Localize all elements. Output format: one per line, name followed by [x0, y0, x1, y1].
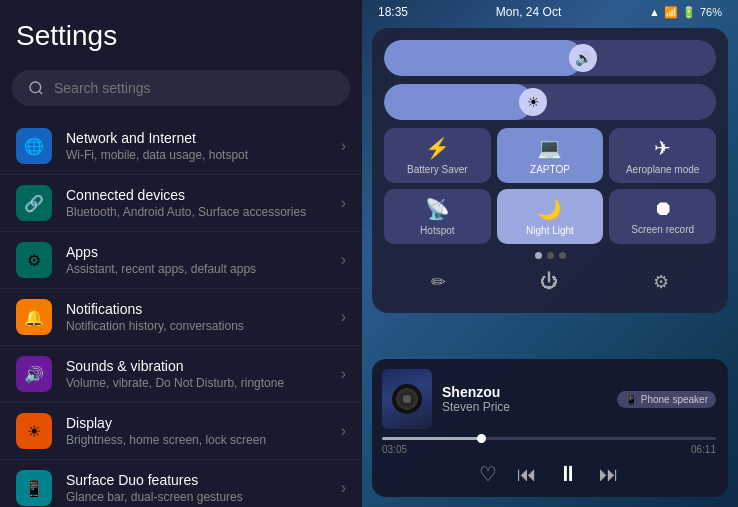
media-title: Shenzou — [442, 384, 607, 400]
toggle-label-3: Hotspot — [420, 225, 454, 236]
item-subtitle-display: Brightness, home screen, lock screen — [66, 433, 341, 447]
dot-1 — [535, 252, 542, 259]
edit-icon[interactable]: ✏ — [423, 267, 454, 297]
item-icon-apps: ⚙ — [16, 242, 52, 278]
settings-item-sounds[interactable]: 🔊 Sounds & vibration Volume, vibrate, Do… — [0, 346, 362, 403]
progress-thumb — [477, 434, 486, 443]
item-subtitle-sounds: Volume, vibrate, Do Not Disturb, rington… — [66, 376, 341, 390]
output-badge[interactable]: 📱 Phone speaker — [617, 391, 716, 408]
media-header: Shenzou Steven Price 📱 Phone speaker — [382, 369, 716, 429]
search-input[interactable] — [54, 80, 334, 96]
volume-track[interactable]: 🔊 — [384, 40, 716, 76]
battery-percent: 76% — [700, 6, 722, 18]
toggle-screen-record[interactable]: ⏺ Screen record — [609, 189, 716, 244]
toggle-icon-5: ⏺ — [653, 197, 673, 220]
favorite-button[interactable]: ♡ — [479, 462, 497, 486]
toggle-icon-4: 🌙 — [537, 197, 562, 221]
item-icon-notifications: 🔔 — [16, 299, 52, 335]
item-arrow-apps: › — [341, 251, 346, 269]
vinyl-graphic — [392, 384, 422, 414]
toggle-icon-0: ⚡ — [425, 136, 450, 160]
item-icon-surface_duo: 📱 — [16, 470, 52, 506]
settings-icon[interactable]: ⚙ — [645, 267, 677, 297]
toggle-hotspot[interactable]: 📡 Hotspot — [384, 189, 491, 244]
search-icon — [28, 80, 44, 96]
previous-button[interactable]: ⏮ — [517, 463, 537, 486]
item-icon-connected: 🔗 — [16, 185, 52, 221]
item-subtitle-apps: Assistant, recent apps, default apps — [66, 262, 341, 276]
item-arrow-surface_duo: › — [341, 479, 346, 497]
item-subtitle-network: Wi-Fi, mobile, data usage, hotspot — [66, 148, 341, 162]
toggle-icon-1: 💻 — [537, 136, 562, 160]
settings-item-surface_duo[interactable]: 📱 Surface Duo features Glance bar, dual-… — [0, 460, 362, 507]
toggle-zaptop[interactable]: 💻 ZAPTOP — [497, 128, 604, 183]
settings-list: 🌐 Network and Internet Wi-Fi, mobile, da… — [0, 118, 362, 507]
brightness-fill — [384, 84, 533, 120]
search-bar[interactable] — [12, 70, 350, 106]
item-title-connected: Connected devices — [66, 187, 341, 203]
dots-indicator — [384, 252, 716, 259]
item-arrow-notifications: › — [341, 308, 346, 326]
output-label: Phone speaker — [641, 394, 708, 405]
settings-item-apps[interactable]: ⚙ Apps Assistant, recent apps, default a… — [0, 232, 362, 289]
status-icons: ▲ 📶 🔋 76% — [649, 6, 722, 19]
brightness-track[interactable]: ☀ — [384, 84, 716, 120]
quick-panel: 🔊 ☀ ⚡ Battery Saver 💻 ZAPTOP ✈ Aeroplane… — [372, 28, 728, 313]
media-info: Shenzou Steven Price — [442, 384, 607, 414]
settings-item-notifications[interactable]: 🔔 Notifications Notification history, co… — [0, 289, 362, 346]
media-player: Shenzou Steven Price 📱 Phone speaker 03:… — [372, 359, 728, 497]
toggle-icon-3: 📡 — [425, 197, 450, 221]
item-arrow-display: › — [341, 422, 346, 440]
item-subtitle-notifications: Notification history, conversations — [66, 319, 341, 333]
action-row: ✏ ⏻ ⚙ — [384, 263, 716, 301]
settings-item-display[interactable]: ☀ Display Brightness, home screen, lock … — [0, 403, 362, 460]
status-date: Mon, 24 Oct — [496, 5, 561, 19]
brightness-thumb: ☀ — [519, 88, 547, 116]
item-subtitle-connected: Bluetooth, Android Auto, Surface accesso… — [66, 205, 341, 219]
settings-item-network[interactable]: 🌐 Network and Internet Wi-Fi, mobile, da… — [0, 118, 362, 175]
settings-panel: Settings 🌐 Network and Internet Wi-Fi, m… — [0, 0, 362, 507]
next-button[interactable]: ⏭ — [599, 463, 619, 486]
item-icon-sounds: 🔊 — [16, 356, 52, 392]
media-controls: ♡ ⏮ ⏸ ⏭ — [382, 461, 716, 487]
item-title-surface_duo: Surface Duo features — [66, 472, 341, 488]
item-title-sounds: Sounds & vibration — [66, 358, 341, 374]
app-title: Settings — [0, 0, 362, 62]
current-time: 03:05 — [382, 444, 407, 455]
toggle-label-2: Aeroplane mode — [626, 164, 699, 175]
item-arrow-sounds: › — [341, 365, 346, 383]
item-icon-display: ☀ — [16, 413, 52, 449]
dot-3 — [559, 252, 566, 259]
status-bar: 18:35 Mon, 24 Oct ▲ 📶 🔋 76% — [362, 0, 738, 24]
right-panel: 18:35 Mon, 24 Oct ▲ 📶 🔋 76% 🔊 ☀ ⚡ — [362, 0, 738, 507]
toggle-label-0: Battery Saver — [407, 164, 468, 175]
speaker-icon: 📱 — [625, 394, 637, 405]
dot-2 — [547, 252, 554, 259]
total-time: 06:11 — [691, 444, 716, 455]
toggle-aeroplane-mode[interactable]: ✈ Aeroplane mode — [609, 128, 716, 183]
item-title-apps: Apps — [66, 244, 341, 260]
item-icon-network: 🌐 — [16, 128, 52, 164]
volume-thumb: 🔊 — [569, 44, 597, 72]
item-title-display: Display — [66, 415, 341, 431]
item-subtitle-surface_duo: Glance bar, dual-screen gestures — [66, 490, 341, 504]
progress-bar[interactable] — [382, 437, 716, 440]
item-arrow-connected: › — [341, 194, 346, 212]
album-art — [382, 369, 432, 429]
progress-fill — [382, 437, 482, 440]
toggle-label-4: Night Light — [526, 225, 574, 236]
toggle-night-light[interactable]: 🌙 Night Light — [497, 189, 604, 244]
toggle-label-5: Screen record — [631, 224, 694, 235]
volume-slider-row: 🔊 — [384, 40, 716, 76]
progress-container: 03:05 06:11 — [382, 437, 716, 455]
progress-times: 03:05 06:11 — [382, 444, 716, 455]
toggle-grid: ⚡ Battery Saver 💻 ZAPTOP ✈ Aeroplane mod… — [384, 128, 716, 244]
toggle-label-1: ZAPTOP — [530, 164, 570, 175]
settings-item-connected[interactable]: 🔗 Connected devices Bluetooth, Android A… — [0, 175, 362, 232]
volume-fill — [384, 40, 583, 76]
play-pause-button[interactable]: ⏸ — [557, 461, 579, 487]
brightness-slider-row: ☀ — [384, 84, 716, 120]
battery-icon: 🔋 — [682, 6, 696, 19]
toggle-battery-saver[interactable]: ⚡ Battery Saver — [384, 128, 491, 183]
power-icon[interactable]: ⏻ — [532, 267, 566, 297]
